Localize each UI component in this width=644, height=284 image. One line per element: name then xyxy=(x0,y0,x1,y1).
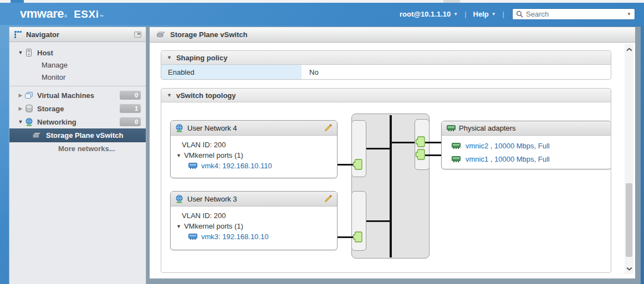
vmkernel-port-row: vmk4: 192.168.10.110 xyxy=(176,161,331,171)
content-area: ▼ Shaping policy Enabled No ▼ vSwitch to… xyxy=(150,43,635,278)
vmnic-link[interactable]: vmnic2 , 10000 Mbps, Full xyxy=(466,142,550,150)
portgroup-header: User Network 4 xyxy=(171,121,337,136)
vmk-nic-icon xyxy=(188,163,197,169)
chevron-expanded-icon: ▼ xyxy=(176,153,181,158)
vmk-link[interactable]: vmk3: 192.168.10.10 xyxy=(201,233,268,241)
vmkernel-ports-toggle[interactable]: ▼ VMkernel ports (1) xyxy=(176,150,331,161)
navigator-tree-icon xyxy=(14,30,22,38)
sidebar-item-label: Storage xyxy=(37,105,64,113)
chevron-expanded-icon[interactable]: ▼ xyxy=(17,50,24,55)
portgroup-name: User Network 4 xyxy=(187,124,237,132)
search-box[interactable]: ▼ xyxy=(512,8,635,20)
vswitch-icon xyxy=(156,32,166,38)
sidebar-item-storage-plane-vswitch[interactable]: Storage Plane vSwitch xyxy=(9,128,146,142)
search-icon xyxy=(516,11,523,18)
search-input[interactable] xyxy=(526,10,625,18)
physical-nic-icon xyxy=(447,125,456,131)
network-globe-icon xyxy=(175,124,183,132)
page-title-bar: Storage Plane vSwitch xyxy=(150,27,635,43)
user-menu-label: root@10.1.1.10 xyxy=(400,10,451,18)
main-region: Storage Plane vSwitch ▼ Shaping policy E… xyxy=(146,27,641,284)
chevron-collapsed-icon[interactable]: ▶ xyxy=(17,106,24,111)
help-menu[interactable]: Help ▼ xyxy=(473,10,496,18)
vmkernel-ports-label: VMkernel ports (1) xyxy=(184,151,243,159)
port-icon xyxy=(352,231,362,242)
sidebar-item-label: Storage Plane vSwitch xyxy=(46,131,123,140)
connector-line xyxy=(338,236,353,238)
port-icon xyxy=(352,159,362,170)
physical-adapters-box: Physical adapters vmnic2 , 10000 Mbps, F… xyxy=(441,121,611,169)
vswitch-bus-line xyxy=(390,115,392,257)
physical-adapter-row: vmnic1 , 10000 Mbps, Full xyxy=(452,152,611,166)
scroll-down-icon[interactable] xyxy=(625,264,633,273)
scroll-up-icon[interactable] xyxy=(625,45,633,54)
page-title: Storage Plane vSwitch xyxy=(170,30,247,39)
port-icon xyxy=(415,149,425,160)
navigator-title: Navigator xyxy=(26,30,59,39)
chevron-expanded-icon[interactable]: ▼ xyxy=(17,119,24,125)
sidebar-item-label: Virtual Machines xyxy=(37,91,94,100)
connector-line xyxy=(392,142,415,143)
vmkernel-ports-label: VMkernel ports (1) xyxy=(184,222,243,230)
vlan-id-label: VLAN ID: 200 xyxy=(176,140,331,150)
row-value: No xyxy=(301,65,319,79)
portgroup-user-network-4: User Network 4 VLAN ID: 200 ▼ VMkernel p… xyxy=(170,120,338,178)
sidebar-item-more-networks[interactable]: More networks... xyxy=(9,142,146,154)
chevron-collapsed-icon[interactable]: ▶ xyxy=(17,92,24,98)
storage-icon xyxy=(24,105,34,112)
sidebar-item-virtual-machines[interactable]: ▶ Virtual Machines 0 xyxy=(9,89,146,102)
count-badge: 0 xyxy=(120,91,141,100)
network-globe-icon xyxy=(175,195,183,203)
edit-pencil-icon[interactable] xyxy=(324,194,333,203)
physical-adapters-title: Physical adapters xyxy=(459,124,516,132)
vmkernel-port-row: vmk3: 192.168.10.10 xyxy=(176,231,331,242)
vmnic-link[interactable]: vmnic1 , 10000 Mbps, Full xyxy=(466,155,550,163)
vmk-link[interactable]: vmk4: 192.168.10.110 xyxy=(201,162,272,170)
vmkernel-ports-toggle[interactable]: ▼ VMkernel ports (1) xyxy=(176,221,331,231)
sidebar-item-label: Host xyxy=(37,49,53,57)
connector-line xyxy=(425,142,441,143)
sidebar-item-storage[interactable]: ▶ Storage 1 xyxy=(9,102,146,115)
sidebar-item-label: Networking xyxy=(37,118,76,126)
virtual-machines-icon xyxy=(24,92,34,99)
shaping-policy-section: ▼ Shaping policy Enabled No xyxy=(161,50,611,80)
scrollbar-thumb[interactable] xyxy=(626,183,632,257)
logo-product: ESXi xyxy=(74,8,99,20)
physical-nic-icon xyxy=(452,143,461,149)
vlan-id-label: VLAN ID: 200 xyxy=(176,210,331,221)
navigator-sidebar: Navigator ▼ Host Manage Monitor ▶ Virtua… xyxy=(9,27,146,284)
vswitch-topology-section: ▼ vSwitch topology xyxy=(161,88,611,273)
sidebar-item-monitor[interactable]: Monitor xyxy=(9,71,146,83)
search-dropdown-icon[interactable]: ▼ xyxy=(627,12,631,17)
section-title: Shaping policy xyxy=(176,54,227,62)
connector-line xyxy=(338,164,353,166)
portgroup-header: User Network 3 xyxy=(171,192,337,206)
sidebar-item-host[interactable]: ▼ Host xyxy=(9,47,146,59)
logo-registered-mark: ® xyxy=(64,14,67,18)
sidebar-item-networking[interactable]: ▼ Networking 0 xyxy=(9,115,146,128)
chevron-down-icon: ▼ xyxy=(453,12,458,17)
main-panel: Storage Plane vSwitch ▼ Shaping policy E… xyxy=(149,27,636,279)
shaping-policy-header[interactable]: ▼ Shaping policy xyxy=(161,51,611,65)
sidebar-item-manage[interactable]: Manage xyxy=(9,59,146,71)
count-badge: 1 xyxy=(120,104,141,113)
vertical-scrollbar[interactable] xyxy=(625,44,633,274)
vmware-esxi-logo: vmware® ESXi™ xyxy=(20,7,104,21)
sidebar-item-label: Monitor xyxy=(42,73,65,81)
physical-adapter-row: vmnic2 , 10000 Mbps, Full xyxy=(452,139,611,152)
logo-ware: ware xyxy=(37,7,64,21)
host-icon xyxy=(24,49,34,56)
navigator-header: Navigator xyxy=(9,27,146,42)
sidebar-item-label: Manage xyxy=(42,61,68,69)
sidebar-item-label: More networks... xyxy=(58,144,115,153)
edit-pencil-icon[interactable] xyxy=(324,123,333,132)
vswitch-topology-header[interactable]: ▼ vSwitch topology xyxy=(161,89,611,102)
networking-globe-icon xyxy=(24,118,34,126)
portgroup-user-network-3: User Network 3 VLAN ID: 200 ▼ VMkernel p… xyxy=(170,191,338,250)
separator: | xyxy=(464,10,466,18)
physical-nic-icon xyxy=(452,156,461,162)
user-menu[interactable]: root@10.1.1.10 ▼ xyxy=(400,10,458,18)
table-row: Enabled No xyxy=(161,65,611,79)
popout-icon[interactable] xyxy=(134,32,141,38)
connector-line xyxy=(425,154,441,156)
